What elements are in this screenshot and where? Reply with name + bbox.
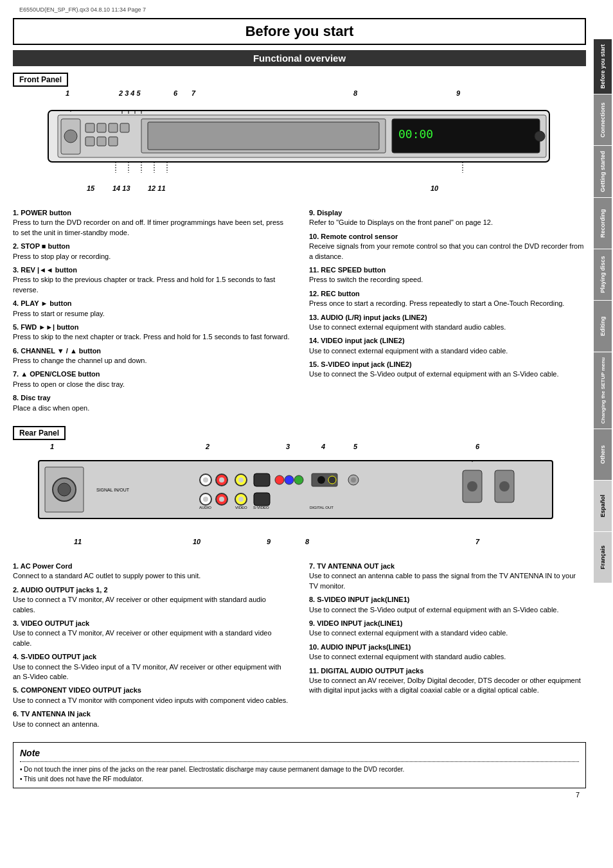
svg-point-40	[294, 475, 303, 484]
svg-point-39	[285, 475, 294, 484]
svg-point-50	[328, 476, 336, 484]
rear-panel-desc: 1. AC Power Cord Connect to a standard A…	[13, 562, 586, 733]
svg-rect-11	[97, 137, 106, 146]
rear-desc-item-7: 7. TV ANTENNA OUT jack Use to connect an…	[309, 562, 586, 591]
sidebar-tab-editing[interactable]: Editing	[594, 300, 612, 351]
note-box: Note • Do not touch the inner pins of th…	[13, 742, 586, 788]
svg-point-38	[275, 475, 284, 484]
svg-point-15	[535, 131, 545, 141]
desc-item-5: 5. FWD ►►| button Press to skip to the n…	[13, 323, 290, 342]
svg-point-30	[58, 483, 71, 496]
svg-point-34	[219, 477, 224, 483]
rear-desc-item-5: 5. COMPONENT VIDEO OUTPUT jacks Use to c…	[13, 686, 290, 705]
svg-rect-8	[109, 123, 118, 132]
rear-panel-svg: SIGNAL IN/OUT AUDIO VIDEO S-VIDEO DIGITA…	[13, 454, 565, 538]
note-divider	[20, 761, 579, 762]
desc-item-7: 7. ▲ OPEN/CLOSE button Press to open or …	[13, 369, 290, 389]
rear-panel-diagram: 1 2 3 4 5 6	[13, 443, 565, 542]
rear-desc-item-10: 10. AUDIO INPUT jacks(LINE1) Use to conn…	[309, 642, 586, 662]
svg-text:DIGITAL OUT: DIGITAL OUT	[310, 506, 333, 509]
svg-text:S-VIDEO: S-VIDEO	[253, 506, 269, 509]
desc-item-3: 3. REV |◄◄ button Press to skip to the p…	[13, 265, 290, 295]
rear-desc-item-3: 3. VIDEO OUTPUT jack Use to connect a TV…	[13, 619, 290, 648]
svg-point-32	[203, 477, 208, 483]
note-title: Note	[20, 747, 579, 760]
svg-text:AUDIO: AUDIO	[199, 506, 211, 509]
desc-item-4: 4. PLAY ► button Press to start or resum…	[13, 299, 290, 319]
front-panel-label: Front Panel	[13, 73, 68, 87]
desc-item-6: 6. CHANNEL ▼ / ▲ button Press to change …	[13, 346, 290, 366]
svg-rect-9	[120, 123, 129, 132]
svg-point-5	[64, 130, 77, 143]
sidebar-tab-others[interactable]: Others	[594, 429, 612, 480]
svg-rect-37	[254, 474, 270, 486]
desc-item-13: 13. AUDIO (L/R) input jacks (LINE2) Use …	[309, 313, 586, 333]
rear-panel-section: Rear Panel 1 2 3 4 5 6	[13, 426, 586, 542]
front-desc-right: 9. Display Refer to "Guide to Displays o…	[309, 208, 586, 417]
rear-desc-item-2: 2. AUDIO OUTPUT jacks 1, 2 Use to connec…	[13, 585, 290, 615]
sidebar-tab-recording[interactable]: Recording	[594, 197, 612, 249]
sidebar-tab-francais[interactable]: Français	[594, 531, 612, 583]
svg-text:SIGNAL IN/OUT: SIGNAL IN/OUT	[96, 488, 130, 492]
desc-item-10: 10. Remote control sensor Receive signal…	[309, 232, 586, 261]
front-panel-diagram: 1 2 3 4 5 6 7 8 9	[13, 89, 565, 189]
svg-point-44	[219, 497, 224, 502]
desc-item-9: 9. Display Refer to "Guide to Displays o…	[309, 208, 586, 228]
sidebar-tab-setup[interactable]: Changing the SETUP menu	[594, 351, 612, 429]
svg-rect-7	[97, 123, 106, 132]
desc-item-8: 8. Disc tray Place a disc when open.	[13, 393, 290, 413]
rear-desc-item-9: 9. VIDEO INPUT jack(LINE1) Use to connec…	[309, 619, 586, 639]
svg-rect-12	[109, 137, 118, 146]
svg-rect-10	[85, 137, 94, 146]
desc-item-2: 2. STOP ■ button Press to stop play or r…	[13, 242, 290, 261]
rear-desc-item-11: 11. DIGITAL AUDIO OUTPUT jacks Use to co…	[309, 666, 586, 696]
file-meta: E6550UD(EN_SP_FR).qx3 04.8.10 11:34 Page…	[6, 6, 613, 13]
rear-desc-item-8: 8. S-VIDEO INPUT jack(LINE1) Use to conn…	[309, 595, 586, 615]
rear-desc-left: 1. AC Power Cord Connect to a standard A…	[13, 562, 290, 733]
svg-point-36	[238, 477, 244, 483]
rear-desc-right: 7. TV ANTENNA OUT jack Use to connect an…	[309, 562, 586, 733]
right-sidebar: Before you start Connections Getting sta…	[594, 39, 613, 583]
desc-item-14: 14. VIDEO input jack (LINE2) Use to conn…	[309, 336, 586, 356]
rear-desc-item-6: 6. TV ANTENNA IN jack Use to connect an …	[13, 709, 290, 729]
sidebar-tab-before[interactable]: Before you start	[594, 39, 612, 94]
svg-rect-6	[85, 123, 94, 132]
svg-point-56	[499, 481, 510, 492]
front-panel-desc: 1. POWER button Press to turn the DVD re…	[13, 208, 586, 417]
section-header: Functional overview	[13, 50, 586, 66]
note-bullet-1: • Do not touch the inner pins of the jac…	[20, 765, 579, 774]
sidebar-tab-connections[interactable]: Connections	[594, 94, 612, 145]
sidebar-tab-getting-started[interactable]: Getting started	[594, 145, 612, 197]
rear-desc-item-1: 1. AC Power Cord Connect to a standard A…	[13, 562, 290, 581]
page-number: 7	[13, 791, 586, 799]
front-panel-svg: 00:00	[13, 101, 565, 184]
rear-desc-item-4: 4. S-VIDEO OUTPUT jack Use to connect th…	[13, 652, 290, 682]
front-desc-left: 1. POWER button Press to turn the DVD re…	[13, 208, 290, 417]
sidebar-tab-playing[interactable]: Playing discs	[594, 249, 612, 300]
front-panel-section: Front Panel 1 2 3 4 5 6 7 8 9	[13, 73, 586, 189]
svg-point-49	[317, 476, 325, 484]
svg-text:VIDEO: VIDEO	[235, 506, 247, 509]
rear-panel-label: Rear Panel	[13, 426, 66, 440]
desc-item-15: 15. S-VIDEO input jack (LINE2) Use to co…	[309, 360, 586, 380]
svg-rect-3	[148, 122, 379, 150]
svg-point-46	[238, 497, 244, 502]
svg-rect-47	[254, 493, 270, 506]
note-bullet-2: • This unit does not have the RF modulat…	[20, 774, 579, 784]
page-title: Before you start	[13, 18, 586, 45]
desc-item-12: 12. REC button Press once to start a rec…	[309, 289, 586, 309]
svg-point-52	[351, 477, 356, 483]
page-container: E6550UD(EN_SP_FR).qx3 04.8.10 11:34 Page…	[0, 0, 613, 868]
sidebar-tab-espanol[interactable]: Español	[594, 480, 612, 531]
svg-point-42	[203, 497, 208, 502]
svg-point-54	[467, 481, 477, 492]
main-content: Before you start Functional overview Fro…	[6, 18, 592, 799]
svg-text:00:00: 00:00	[398, 127, 433, 141]
desc-item-11: 11. REC SPEED button Press to switch the…	[309, 265, 586, 285]
desc-item-1: 1. POWER button Press to turn the DVD re…	[13, 208, 290, 238]
